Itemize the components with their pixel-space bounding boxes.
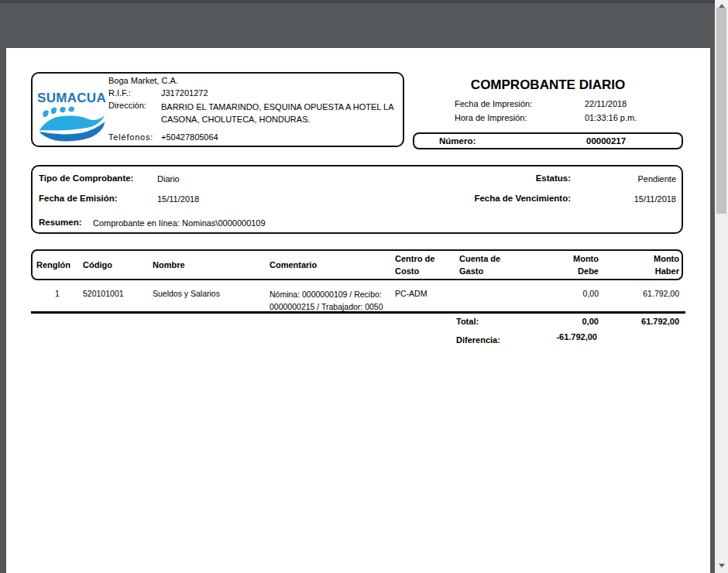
due-date-label: Fecha de Vencimiento:: [474, 194, 571, 203]
emission-date-value: 15/11/2018: [157, 194, 199, 204]
row-codigo: 520101001: [83, 289, 124, 298]
window-top-edge: [0, 0, 715, 3]
report-page: SUMACUA Boga Market, C.A. R.I.F.: J31720…: [6, 48, 710, 573]
print-time-value: 01:33:16 p.m.: [585, 113, 637, 122]
company-logo-text: SUMACUA: [37, 91, 106, 106]
status-value: Pendiente: [637, 174, 676, 184]
row-renglon: 1: [55, 289, 60, 298]
summary-label: Resumen:: [39, 218, 82, 227]
report-title: COMPROBANTE DIARIO: [413, 77, 683, 93]
company-info-box: SUMACUA Boga Market, C.A. R.I.F.: J31720…: [31, 72, 404, 147]
address-label: Dirección:: [108, 101, 146, 110]
row-monto-haber: 61.792,00: [606, 289, 679, 298]
column-header-centro-costo: Centro de Costo: [395, 251, 440, 279]
status-label: Estatus:: [536, 173, 571, 183]
due-date-value: 15/11/2018: [634, 194, 676, 204]
phone-label: Teléfonos:: [108, 132, 153, 142]
column-header-monto-haber: Monto Haber: [642, 251, 679, 279]
type-label: Tipo de Comprobante:: [39, 173, 133, 183]
type-value: Diario: [157, 174, 180, 184]
scroll-down-button[interactable]: [715, 560, 728, 571]
column-header-cuenta-gasto: Cuenta de Gasto: [459, 251, 504, 279]
column-header-renglon: Renglón: [36, 251, 70, 279]
column-header-monto-debe: Monto Debe: [561, 251, 599, 279]
phone-value: +50427805064: [161, 132, 218, 142]
diferencia-value: -61.792,00: [520, 332, 597, 341]
total-debe-value: 0,00: [525, 317, 599, 326]
rif-label: R.I.F.:: [108, 88, 131, 98]
voucher-details-box: Tipo de Comprobante: Diario Estatus: Pen…: [31, 165, 683, 234]
voucher-number-value: 00000217: [586, 136, 626, 146]
wave-logo-icon: [36, 106, 108, 142]
column-header-comentario: Comentario: [270, 251, 317, 279]
row-comentario: Nómina: 0000000109 / Recibo: 0000000215 …: [270, 288, 393, 313]
voucher-number-box: Número: 00000217: [413, 132, 683, 149]
table-total-divider: [31, 311, 685, 314]
voucher-number-label: Número:: [439, 136, 476, 146]
address-value: BARRIO EL TAMARINDO, ESQUINA OPUESTA A H…: [161, 101, 395, 125]
diferencia-label: Diferencia:: [456, 335, 500, 345]
row-nombre: Sueldos y Salarios: [153, 289, 220, 298]
emission-date-label: Fecha de Emisión:: [39, 194, 118, 203]
scrollbar-thumb[interactable]: [716, 8, 726, 214]
table-header-row: Renglón Código Nombre Comentario Centro …: [31, 249, 683, 280]
column-header-nombre: Nombre: [153, 251, 185, 279]
rif-value: J317201272: [161, 88, 208, 98]
summary-value: Comprobante en línea: Nominas\0000000109: [93, 218, 266, 228]
company-name: Boga Market, C.A.: [108, 76, 178, 85]
column-header-codigo: Código: [83, 251, 112, 279]
vertical-scrollbar[interactable]: [715, 0, 728, 573]
row-centro-costo: PC-ADM: [395, 289, 427, 298]
total-haber-value: 61.792,00: [606, 317, 679, 326]
print-date-value: 22/11/2018: [585, 99, 627, 108]
print-date-label: Fecha de Impresión:: [455, 99, 532, 108]
total-label: Total:: [456, 317, 479, 326]
scroll-down-icon: [719, 564, 725, 568]
row-monto-debe: 0,00: [525, 289, 599, 298]
print-time-label: Hora de Impresión:: [455, 113, 527, 122]
